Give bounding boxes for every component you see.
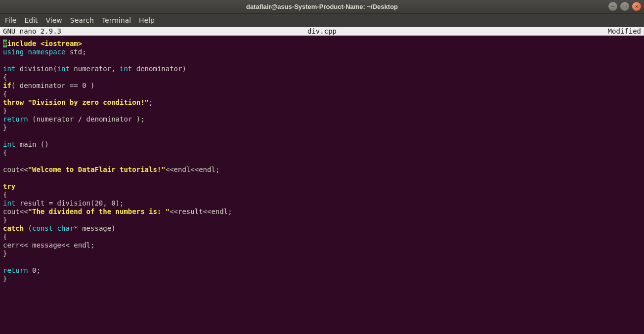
menu-terminal[interactable]: Terminal <box>102 16 131 24</box>
nano-filename: div.cpp <box>307 27 337 35</box>
titlebar: dataflair@asus-System-Product-Name: ~/De… <box>0 0 644 14</box>
close-icon[interactable]: × <box>632 2 641 11</box>
window-controls: – □ × <box>608 2 641 11</box>
menu-file[interactable]: File <box>5 16 16 24</box>
minimize-icon[interactable]: – <box>608 2 617 11</box>
menubar: File Edit View Search Terminal Help <box>0 14 644 27</box>
menu-help[interactable]: Help <box>139 16 155 24</box>
nano-version: GNU nano 2.9.3 <box>3 27 61 35</box>
nano-modified: Modified <box>608 27 641 35</box>
nano-statusbar: GNU nano 2.9.3 div.cpp Modified <box>0 27 644 36</box>
editor-area[interactable]: #include <iostream> using namespace std;… <box>0 36 644 334</box>
window-title: dataflair@asus-System-Product-Name: ~/De… <box>246 3 398 10</box>
menu-view[interactable]: View <box>46 16 62 24</box>
menu-search[interactable]: Search <box>70 16 94 24</box>
code[interactable]: #include <iostream> using namespace std;… <box>3 40 641 283</box>
maximize-icon[interactable]: □ <box>620 2 629 11</box>
menu-edit[interactable]: Edit <box>24 16 38 24</box>
